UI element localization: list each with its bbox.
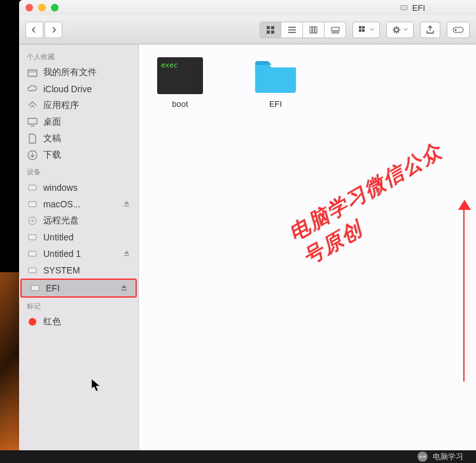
exec-icon: exec (157, 57, 203, 94)
chevron-down-icon (370, 28, 374, 31)
sidebar-item-untitled[interactable]: Untitled (19, 229, 138, 245)
arrange-icon (358, 25, 367, 34)
sidebar-item-documents[interactable]: 文稿 (19, 130, 138, 147)
sidebar-item-applications[interactable]: 应用程序 (19, 97, 138, 114)
sidebar-item-label: Untitled 1 (43, 249, 81, 259)
maximize-button[interactable] (51, 4, 59, 11)
sidebar: 个人收藏 我的所有文件 iCloud Drive 应用程序 桌面 文稿 下载 设… (19, 45, 139, 450)
svg-rect-31 (29, 251, 36, 256)
sidebar-item-system[interactable]: SYSTEM (19, 262, 138, 279)
file-label: EFI (269, 99, 282, 109)
documents-icon (27, 133, 38, 144)
sidebar-item-label: 文稿 (43, 133, 61, 144)
svg-rect-10 (315, 27, 317, 33)
svg-rect-32 (29, 268, 36, 273)
svg-rect-19 (453, 27, 463, 32)
svg-rect-16 (359, 29, 361, 32)
svg-rect-21 (28, 70, 37, 76)
disk-icon (27, 265, 38, 276)
sidebar-item-macos[interactable]: macOS... (19, 196, 138, 212)
sidebar-item-all-files[interactable]: 我的所有文件 (19, 64, 138, 81)
disk-icon (27, 248, 38, 259)
sidebar-item-efi[interactable]: EFI (20, 279, 137, 298)
sidebar-item-label: 红色 (43, 316, 61, 328)
forward-button[interactable] (45, 22, 62, 38)
tag-red-icon (27, 316, 38, 328)
sidebar-item-label: 下载 (43, 149, 61, 161)
action-button[interactable] (386, 22, 414, 38)
disk-icon (27, 182, 38, 193)
file-item-efi-folder[interactable]: EFI (247, 57, 304, 109)
list-view-button[interactable] (281, 22, 303, 38)
svg-rect-3 (267, 31, 270, 34)
tag-icon (452, 26, 464, 34)
svg-rect-14 (359, 26, 361, 29)
arrange-button[interactable] (353, 22, 380, 38)
folder-icon (253, 57, 298, 94)
eject-icon[interactable] (120, 283, 128, 293)
svg-rect-9 (312, 27, 314, 33)
column-view-button[interactable] (303, 22, 325, 38)
sidebar-item-untitled1[interactable]: Untitled 1 (19, 245, 138, 262)
chevron-down-icon (403, 28, 408, 31)
sidebar-section-devices: 设备 (19, 163, 138, 179)
svg-rect-27 (29, 202, 36, 207)
svg-point-18 (395, 28, 398, 32)
svg-rect-30 (29, 235, 36, 240)
tags-button[interactable] (447, 22, 470, 38)
columns-icon (309, 25, 318, 34)
sidebar-item-desktop[interactable]: 桌面 (19, 114, 138, 130)
svg-rect-1 (267, 26, 270, 29)
eject-icon[interactable] (123, 199, 130, 209)
file-label: boot (172, 99, 188, 109)
icon-view-button[interactable] (260, 22, 281, 38)
apps-icon (27, 100, 38, 111)
sidebar-item-icloud[interactable]: iCloud Drive (19, 81, 138, 97)
file-item-boot[interactable]: exec boot (151, 57, 209, 109)
optical-icon (27, 215, 38, 226)
coverflow-icon (331, 25, 340, 34)
svg-rect-0 (401, 6, 408, 10)
icloud-icon (27, 83, 38, 95)
annotation-arrow-head (458, 200, 471, 210)
gear-icon (392, 25, 401, 34)
disk-icon (29, 282, 41, 294)
watermark-text: 电脑学习微信公众号原创 (284, 128, 476, 272)
sidebar-item-windows[interactable]: windows (19, 179, 138, 196)
window-title: EFI (400, 0, 425, 15)
sidebar-item-label: 远程光盘 (43, 215, 79, 226)
svg-rect-17 (362, 29, 365, 32)
sidebar-item-label: 桌面 (43, 116, 61, 128)
svg-rect-26 (29, 185, 36, 190)
footer-text: 电脑学习 (433, 452, 463, 462)
svg-rect-33 (31, 286, 39, 291)
svg-point-20 (455, 29, 457, 31)
sidebar-item-tag-red[interactable]: 红色 (19, 314, 138, 330)
sidebar-item-label: Untitled (43, 232, 73, 242)
sidebar-item-downloads[interactable]: 下载 (19, 147, 138, 163)
minimize-button[interactable] (38, 4, 46, 11)
chevron-left-icon (31, 27, 38, 33)
sidebar-item-remote-disc[interactable]: 远程光盘 (19, 212, 138, 229)
grid-icon (266, 25, 275, 34)
sidebar-item-label: 我的所有文件 (43, 67, 97, 78)
desktop-icon (27, 116, 38, 128)
sidebar-item-label: windows (43, 183, 78, 193)
svg-rect-15 (362, 26, 365, 29)
svg-rect-23 (28, 118, 37, 124)
toolbar (19, 15, 476, 45)
close-button[interactable] (25, 4, 33, 11)
annotation-arrow (463, 204, 465, 382)
sidebar-item-label: EFI (46, 283, 60, 293)
svg-rect-4 (271, 31, 274, 34)
back-button[interactable] (25, 22, 43, 38)
share-button[interactable] (420, 22, 440, 38)
coverflow-view-button[interactable] (325, 22, 346, 38)
disk-icon (27, 198, 38, 210)
svg-rect-8 (310, 27, 312, 33)
sidebar-item-label: iCloud Drive (43, 84, 92, 94)
sidebar-section-tags: 标记 (19, 298, 138, 314)
svg-rect-2 (271, 26, 274, 29)
eject-icon[interactable] (123, 249, 130, 259)
disk-icon (27, 232, 38, 243)
